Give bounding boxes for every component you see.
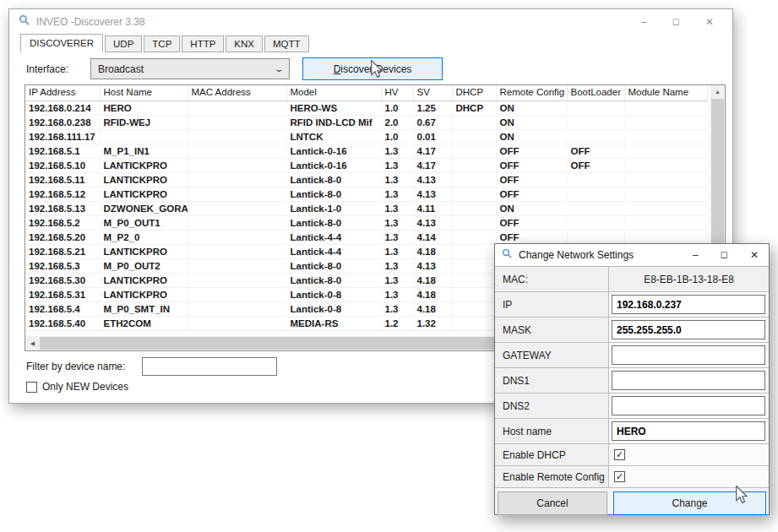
dns1-label: DNS1 bbox=[495, 368, 609, 394]
search-icon bbox=[19, 14, 30, 30]
dialog-titlebar[interactable]: Change Network Settings – ◻ ✕ bbox=[495, 244, 769, 266]
table-cell: Lantick-4-4 bbox=[286, 230, 381, 244]
column-header[interactable]: SV bbox=[413, 85, 452, 100]
only-new-devices-checkbox[interactable] bbox=[26, 382, 37, 393]
dns1-field[interactable] bbox=[612, 371, 765, 390]
table-cell bbox=[452, 215, 496, 230]
table-cell: OFF bbox=[496, 158, 567, 172]
tab-http[interactable]: HTTP bbox=[182, 35, 224, 52]
table-cell: 4.18 bbox=[413, 273, 452, 287]
table-cell bbox=[452, 316, 496, 330]
table-row[interactable]: 192.168.0.238RFID-WEJRFID IND-LCD Mif2.0… bbox=[25, 115, 707, 129]
table-cell: 1.3 bbox=[381, 215, 413, 230]
table-cell: 1.3 bbox=[381, 172, 413, 187]
table-cell bbox=[567, 230, 624, 244]
mask-field[interactable] bbox=[612, 320, 765, 339]
table-cell: 1.0 bbox=[381, 100, 413, 115]
tab-tcp[interactable]: TCP bbox=[144, 35, 180, 52]
dialog-title: Change Network Settings bbox=[519, 249, 634, 261]
mouse-cursor bbox=[734, 486, 748, 504]
table-cell: ETH2COM bbox=[100, 316, 188, 330]
table-cell: Lantick-4-4 bbox=[286, 244, 381, 258]
table-row[interactable]: 192.168.111.17LNTCK1.00.01ON bbox=[25, 129, 707, 144]
column-header[interactable]: Host Name bbox=[100, 85, 188, 100]
titlebar[interactable]: INVEO -Discoverer 3.38 – ◻ ✕ bbox=[9, 9, 732, 35]
table-row[interactable]: 192.168.5.13DZWONEK_GORALantick-1-01.34.… bbox=[25, 201, 707, 215]
table-cell: 4.17 bbox=[413, 158, 452, 172]
table-cell: Lantick-0-8 bbox=[286, 301, 381, 316]
column-header[interactable]: HV bbox=[381, 85, 413, 100]
tab-mqtt[interactable]: MQTT bbox=[264, 35, 309, 52]
dns2-field[interactable] bbox=[612, 396, 765, 415]
enable-dhcp-checkbox[interactable]: ✓ bbox=[614, 449, 625, 460]
ip-field[interactable] bbox=[612, 295, 765, 314]
column-header[interactable]: IP Address bbox=[25, 85, 100, 100]
table-cell: OFF bbox=[496, 230, 567, 244]
table-row[interactable]: 192.168.5.10LANTICKPROLantick-0-161.34.1… bbox=[25, 158, 707, 172]
close-button[interactable]: ✕ bbox=[705, 17, 714, 27]
table-cell: 4.17 bbox=[413, 144, 452, 158]
table-cell bbox=[624, 187, 707, 201]
maximize-button[interactable]: ◻ bbox=[672, 17, 680, 27]
table-cell: M_P0_OUT1 bbox=[100, 215, 188, 230]
table-row[interactable]: 192.168.5.11LANTICKPROLantick-8-01.34.13… bbox=[25, 172, 707, 187]
table-cell: 192.168.5.21 bbox=[25, 244, 100, 258]
table-row[interactable]: 192.168.5.1M_P1_IN1Lantick-0-161.34.17OF… bbox=[25, 144, 707, 158]
table-cell bbox=[624, 201, 707, 215]
table-cell: 1.3 bbox=[381, 258, 413, 273]
cancel-button[interactable]: Cancel bbox=[498, 491, 607, 515]
table-cell bbox=[624, 215, 707, 230]
table-cell: 4.14 bbox=[413, 230, 452, 244]
table-cell: 192.168.5.20 bbox=[25, 230, 100, 244]
table-row[interactable]: 192.168.5.12LANTICKPROLantick-8-01.34.13… bbox=[25, 187, 707, 201]
table-cell: 1.3 bbox=[381, 230, 413, 244]
table-cell: 1.3 bbox=[381, 287, 413, 301]
only-new-devices-option[interactable]: Only NEW Devices bbox=[26, 381, 128, 393]
table-cell: 0.01 bbox=[413, 129, 452, 144]
table-cell bbox=[452, 115, 496, 129]
table-cell: Lantick-0-8 bbox=[286, 287, 381, 301]
table-cell bbox=[188, 230, 286, 244]
column-header[interactable]: Module Name bbox=[624, 85, 707, 100]
table-cell bbox=[188, 273, 286, 287]
column-header[interactable]: Model bbox=[286, 85, 381, 100]
table-cell: ON bbox=[496, 100, 567, 115]
mask-label: MASK bbox=[495, 318, 609, 343]
table-row[interactable]: 192.168.0.214HEROHERO-WS1.01.25DHCPON bbox=[25, 100, 707, 115]
table-cell: 192.168.5.2 bbox=[25, 215, 100, 230]
table-row[interactable]: 192.168.5.20M_P2_0Lantick-4-41.34.14OFF bbox=[25, 230, 707, 244]
minimize-button[interactable]: – bbox=[641, 17, 647, 27]
horizontal-scroll-thumb[interactable] bbox=[40, 337, 533, 350]
table-cell bbox=[624, 115, 707, 129]
table-cell: 192.168.111.17 bbox=[25, 129, 100, 144]
dialog-maximize-button[interactable]: ◻ bbox=[721, 250, 728, 260]
interface-select[interactable]: Broadcast ⌄ bbox=[90, 58, 290, 79]
enable-remote-config-checkbox[interactable]: ✓ bbox=[614, 471, 625, 482]
scroll-up-icon[interactable]: ▲ bbox=[710, 85, 725, 98]
table-row[interactable]: 192.168.5.2M_P0_OUT1Lantick-8-01.34.13OF… bbox=[25, 215, 707, 230]
change-network-settings-dialog: Change Network Settings – ◻ ✕ MAC: E8-EB… bbox=[494, 243, 770, 515]
dialog-minimize-button[interactable]: – bbox=[693, 250, 699, 260]
column-header[interactable]: BootLoader bbox=[567, 85, 624, 100]
dialog-form: MAC: E8-EB-1B-13-18-E8 IP MASK GATEWAY D… bbox=[495, 266, 769, 519]
scroll-left-icon[interactable]: ◀ bbox=[25, 337, 40, 350]
tab-discoverer[interactable]: DISCOVERER bbox=[20, 34, 103, 52]
tab-udp[interactable]: UDP bbox=[105, 35, 142, 52]
column-header[interactable]: Remote Config bbox=[496, 85, 567, 100]
column-header[interactable]: MAC Address bbox=[188, 85, 286, 100]
table-cell: 192.168.5.3 bbox=[25, 258, 100, 273]
table-cell bbox=[452, 301, 496, 316]
table-cell: 4.18 bbox=[413, 301, 452, 316]
hostname-field[interactable] bbox=[612, 421, 765, 441]
table-cell: DZWONEK_GORA bbox=[100, 201, 188, 215]
table-cell: 2.0 bbox=[381, 115, 413, 129]
table-cell: OFF bbox=[496, 215, 567, 230]
column-header[interactable]: DHCP bbox=[452, 85, 496, 100]
mac-value: E8-EB-1B-13-18-E8 bbox=[609, 267, 769, 292]
gateway-field[interactable] bbox=[612, 345, 765, 365]
dialog-close-button[interactable]: ✕ bbox=[750, 250, 759, 260]
filter-input[interactable] bbox=[142, 357, 277, 376]
table-cell bbox=[624, 129, 707, 144]
table-cell: 4.18 bbox=[413, 287, 452, 301]
tab-knx[interactable]: KNX bbox=[226, 35, 263, 52]
